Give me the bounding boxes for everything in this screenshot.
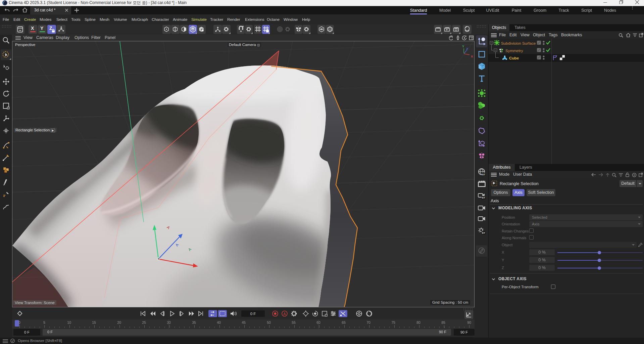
svg-text:55: 55	[292, 320, 296, 325]
svg-text:0 F: 0 F	[250, 312, 256, 316]
svg-text:ST: ST	[482, 196, 485, 199]
svg-text:40: 40	[217, 320, 221, 325]
svg-text:75: 75	[391, 320, 395, 325]
svg-text:X: X	[471, 54, 473, 58]
svg-text:90: 90	[467, 320, 471, 325]
svg-text:Y: Y	[462, 44, 464, 48]
svg-text:10: 10	[67, 320, 71, 325]
svg-text:ST: ST	[482, 231, 485, 234]
svg-text:0: 0	[18, 320, 20, 325]
svg-text:ST: ST	[482, 173, 486, 176]
svg-text:20: 20	[117, 320, 121, 325]
svg-text:35: 35	[192, 320, 196, 325]
svg-text:80: 80	[416, 320, 420, 325]
svg-text:A: A	[283, 312, 286, 316]
svg-text:45: 45	[242, 320, 246, 325]
svg-text:5: 5	[43, 320, 45, 325]
svg-text:85: 85	[441, 320, 445, 325]
svg-text:Z: Z	[466, 47, 468, 51]
svg-text:65: 65	[342, 320, 346, 325]
svg-text:A: A	[329, 28, 331, 31]
svg-text:25: 25	[142, 320, 146, 325]
svg-text:15: 15	[92, 320, 96, 325]
svg-text:70: 70	[366, 320, 370, 325]
svg-text:50: 50	[267, 320, 271, 325]
